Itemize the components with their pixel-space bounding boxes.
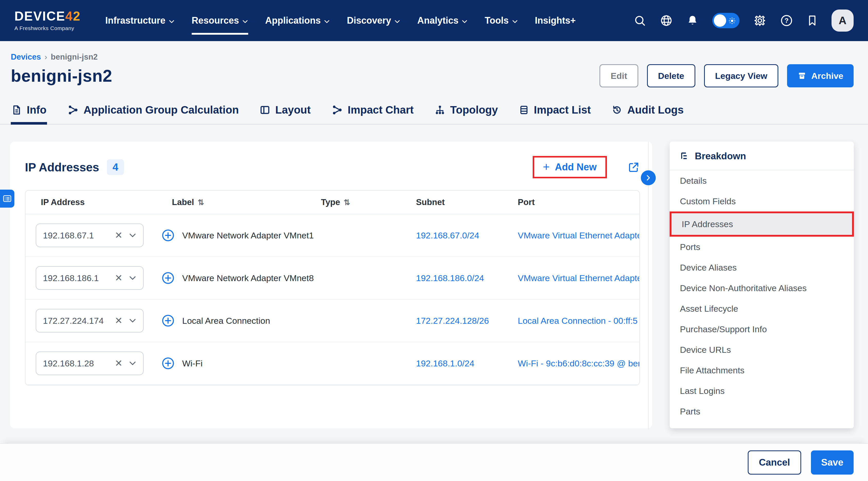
sort-icon[interactable]: ⇅: [344, 198, 350, 207]
ip-label: VMware Network Adapter VMnet8: [182, 273, 314, 283]
tab-icon: [612, 105, 622, 115]
tab[interactable]: Impact List: [519, 100, 591, 124]
nav-menu-item[interactable]: Discovery: [347, 10, 400, 31]
clear-icon[interactable]: ✕: [115, 359, 123, 368]
add-new-button[interactable]: + Add New: [533, 156, 607, 178]
clear-icon[interactable]: ✕: [115, 316, 123, 325]
tab[interactable]: Topology: [434, 100, 498, 124]
subnet-link[interactable]: 192.168.186.0/24: [416, 273, 484, 283]
tab-icon: [519, 105, 529, 115]
breakdown-header: Breakdown: [670, 141, 854, 170]
breakdown-item[interactable]: Asset Lifecycle: [670, 298, 854, 319]
port-link[interactable]: Wi-Fi - 9c:b6:d0:8c:cc:39 @ ber: [518, 358, 639, 368]
nav-menu-item[interactable]: Insights+: [535, 10, 576, 31]
tab-icon: [332, 104, 343, 116]
ip-address-combobox[interactable]: 192.168.186.1 ✕: [36, 266, 144, 290]
breakdown-item[interactable]: Details: [670, 170, 854, 191]
add-circle-icon[interactable]: [162, 357, 175, 370]
breakdown-item[interactable]: Parts: [670, 401, 854, 422]
clear-icon[interactable]: ✕: [115, 274, 123, 283]
col-ip-address: IP Address: [36, 197, 151, 207]
avatar[interactable]: A: [832, 9, 854, 32]
ip-address-combobox[interactable]: 192.168.67.1 ✕: [36, 224, 144, 247]
breakdown-item[interactable]: Device Non-Authoritative Aliases: [670, 278, 854, 298]
save-button[interactable]: Save: [811, 450, 854, 475]
breakdown-item[interactable]: File Attachments: [670, 360, 854, 381]
archive-button[interactable]: Archive: [787, 64, 854, 87]
device42-logo[interactable]: DEVICE42 A Freshworks Company: [14, 10, 81, 31]
tab-icon: [11, 105, 22, 115]
nav-right-icons: ? A: [634, 9, 854, 32]
breakdown-icon: [680, 152, 690, 161]
subnet-link[interactable]: 192.168.67.0/24: [416, 230, 479, 240]
globe-icon[interactable]: [660, 14, 673, 27]
nav-menu-item[interactable]: Resources: [192, 10, 248, 31]
add-circle-icon[interactable]: [162, 314, 175, 327]
chevron-down-icon: [324, 15, 330, 26]
breadcrumb: Devices › benigni-jsn2: [11, 53, 854, 62]
ip-label: Local Area Connection: [182, 316, 270, 326]
ip-label: Wi-Fi: [182, 358, 203, 368]
ip-address-combobox[interactable]: 192.168.1.28 ✕: [36, 352, 144, 375]
external-link-icon[interactable]: [627, 161, 640, 173]
tab-icon: [260, 105, 270, 115]
theme-toggle[interactable]: [712, 13, 740, 28]
sort-icon[interactable]: ⇅: [197, 198, 204, 207]
col-type[interactable]: Type⇅: [321, 197, 416, 207]
side-panel-tab[interactable]: [0, 190, 14, 207]
chevron-down-icon: [512, 15, 518, 26]
chevron-down-icon[interactable]: [129, 276, 136, 281]
col-label[interactable]: Label⇅: [151, 197, 321, 207]
bell-icon[interactable]: [687, 14, 699, 27]
panel-collapse-button[interactable]: [641, 170, 656, 185]
breakdown-item[interactable]: Last Logins: [670, 381, 854, 401]
breadcrumb-devices-link[interactable]: Devices: [11, 53, 41, 62]
nav-menu-item[interactable]: Tools: [485, 10, 518, 31]
add-circle-icon[interactable]: [162, 271, 175, 284]
search-icon[interactable]: [634, 14, 646, 27]
tab[interactable]: Audit Logs: [611, 100, 684, 124]
chevron-down-icon: [462, 15, 468, 26]
tab[interactable]: Application Group Calculation: [67, 100, 239, 124]
col-subnet: Subnet: [416, 197, 518, 207]
tab[interactable]: Layout: [259, 100, 311, 124]
chevron-down-icon[interactable]: [129, 361, 136, 366]
subnet-link[interactable]: 192.168.1.0/24: [416, 358, 474, 368]
clear-icon[interactable]: ✕: [115, 231, 123, 240]
edit-button[interactable]: Edit: [599, 64, 638, 87]
delete-button[interactable]: Delete: [647, 64, 695, 87]
tab-bar: Info Application Group Calculation: [0, 100, 868, 125]
breakdown-item[interactable]: Device URLs: [670, 340, 854, 360]
ip-addresses-card: IP Addresses 4 + Add New IP Address Labe…: [10, 141, 652, 428]
port-link[interactable]: VMware Virtual Ethernet Adapte: [518, 230, 639, 240]
plus-icon: +: [543, 161, 550, 173]
ip-table-body: 192.168.67.1 ✕: [25, 214, 639, 385]
nav-menu-item[interactable]: Applications: [265, 10, 330, 31]
bookmark-icon[interactable]: [807, 14, 818, 27]
nav-menu-item[interactable]: Analytics: [417, 10, 468, 31]
breakdown-item[interactable]: Purchase/Support Info: [670, 319, 854, 340]
ip-table: IP Address Label⇅ Type⇅ Subnet Port 192.…: [25, 190, 640, 385]
footer-bar: Cancel Save: [0, 443, 868, 481]
help-icon[interactable]: ?: [780, 14, 793, 27]
chevron-down-icon[interactable]: [129, 318, 136, 323]
tab[interactable]: Info: [11, 100, 47, 124]
subnet-link[interactable]: 172.27.224.128/26: [416, 316, 489, 325]
port-link[interactable]: VMware Virtual Ethernet Adapte: [518, 273, 639, 283]
breakdown-item[interactable]: Ports: [670, 237, 854, 257]
tab[interactable]: Impact Chart: [331, 100, 414, 124]
tab-icon: [435, 105, 445, 115]
add-circle-icon[interactable]: [162, 229, 175, 242]
breakdown-item[interactable]: Device Aliases: [670, 257, 854, 278]
legacy-view-button[interactable]: Legacy View: [704, 64, 779, 87]
port-link[interactable]: Local Area Connection - 00:ff:5: [518, 316, 638, 325]
archive-icon: [797, 71, 807, 81]
table-row: 172.27.224.174 ✕: [25, 299, 639, 342]
breakdown-item[interactable]: Custom Fields: [670, 191, 854, 212]
ip-address-combobox[interactable]: 172.27.224.174 ✕: [36, 309, 144, 332]
gear-icon[interactable]: [753, 14, 766, 27]
breakdown-item[interactable]: IP Addresses: [670, 212, 854, 237]
cancel-button[interactable]: Cancel: [748, 450, 801, 475]
nav-menu-item[interactable]: Infrastructure: [105, 10, 175, 31]
chevron-down-icon[interactable]: [129, 233, 136, 238]
